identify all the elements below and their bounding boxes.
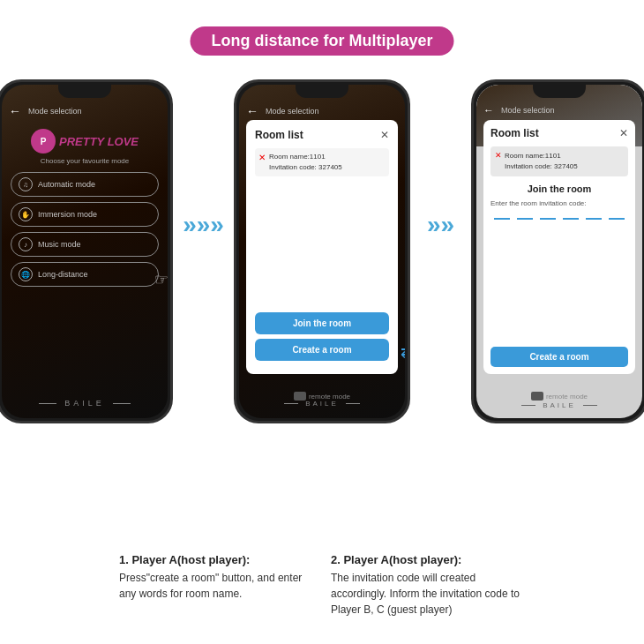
room-info: Room name:1101 Invitation code: 327405	[269, 152, 342, 173]
immersion-mode-btn[interactable]: ✋ Immersion mode	[11, 202, 159, 227]
phone3-remote-label: remote mode	[546, 393, 588, 401]
room-x-mark: ✕	[258, 153, 266, 162]
arrow-2: »»	[421, 26, 461, 423]
desc-2-text: The invitation code will created accordi…	[331, 570, 525, 618]
automatic-mode-btn[interactable]: ♫ Automatic mode	[11, 172, 159, 197]
phone-3-baile: BAILE	[476, 401, 642, 409]
code-dash-2	[517, 218, 533, 220]
desc-2-number: 2. Player A(host player):	[331, 553, 525, 566]
close-dialog-btn[interactable]: ✕	[380, 129, 389, 141]
join-room-btn[interactable]: Join the room	[255, 312, 389, 334]
phone3-dialog-title-row: Room list ✕	[490, 127, 628, 139]
room-name: Room name:1101	[269, 152, 342, 162]
phone3-room-entry: ✕ Room name:1101 Invitation code: 327405	[495, 151, 624, 172]
phone3-invitation-code: Invitation code: 327405	[505, 161, 578, 172]
long-distance-btn[interactable]: 🌐 Long-distance ☞	[11, 262, 159, 287]
title-text: Long distance for Multiplayer	[211, 32, 432, 49]
phone-2-notch	[296, 82, 348, 98]
phone-1-screen: ← Mode selection P PRETTY LOVE Choose yo…	[2, 85, 168, 418]
create-room-btn[interactable]: Create a room	[255, 339, 389, 361]
logo-text: PRETTY LOVE	[59, 135, 139, 148]
room-list-title: Room list	[255, 129, 303, 141]
code-dash-5	[586, 218, 602, 220]
create-room-wrapper: Create a room ⇄	[255, 339, 389, 365]
phone-1: ← Mode selection P PRETTY LOVE Choose yo…	[0, 79, 173, 423]
desc-box-1: 1. Player A(host player): Press"create a…	[119, 553, 313, 618]
phone3-close-btn[interactable]: ✕	[619, 127, 628, 139]
phone2-back-arrow[interactable]: ←	[246, 104, 258, 118]
logo-icon: P	[31, 129, 56, 154]
phone3-room-info: Room name:1101 Invitation code: 327405	[505, 151, 578, 172]
remote-label: remote mode	[309, 393, 350, 401]
arrow-1: »»»	[183, 26, 223, 423]
phone-3-screen: ← Mode selection Room list ✕ ✕ Room name…	[476, 85, 642, 418]
automatic-icon: ♫	[19, 177, 33, 191]
menu-buttons: ♫ Automatic mode ✋ Immersion mode ♪ Musi…	[2, 172, 168, 287]
phone3-mode-label: Mode selection	[501, 106, 555, 115]
phone3-remote-icon	[531, 392, 543, 401]
dialog-spacer	[255, 182, 389, 312]
phone3-room-section: ✕ Room name:1101 Invitation code: 327405	[490, 146, 628, 176]
phone-2-baile: BAILE	[239, 400, 405, 408]
dialog-title-row: Room list ✕	[255, 129, 389, 141]
music-label: Music mode	[38, 240, 81, 249]
back-arrow-icon[interactable]: ←	[9, 104, 21, 118]
logo-area: P PRETTY LOVE	[2, 129, 168, 154]
desc-box-2: 2. Player A(host player): The invitation…	[331, 553, 525, 618]
phone-1-notch	[58, 82, 111, 98]
phones-row: ← Mode selection P PRETTY LOVE Choose yo…	[0, 79, 644, 423]
mode-selection-label: Mode selection	[28, 107, 82, 116]
phone-1-baile: BAILE	[2, 399, 168, 408]
phone-3-remote-bar: remote mode	[476, 392, 642, 401]
code-dash-3	[540, 218, 556, 220]
phone-3-dialog: Room list ✕ ✕ Room name:1101 Invitation …	[483, 120, 635, 374]
immersion-icon: ✋	[19, 207, 33, 221]
immersion-label: Immersion mode	[38, 210, 97, 219]
descriptions: 1. Player A(host player): Press"create a…	[0, 553, 644, 618]
room-entry: ✕ Room name:1101 Invitation code: 327405	[255, 148, 389, 176]
phone-2-screen: ← Mode selection Room list ✕ ✕ Room name…	[239, 85, 405, 418]
code-input-area	[490, 211, 628, 220]
create-room-arrow-icon: ⇄	[401, 342, 405, 362]
phone3-spacer	[490, 228, 628, 347]
phone3-create-btn[interactable]: Create a room	[490, 347, 628, 367]
phone3-room-name: Room name:1101	[505, 151, 578, 161]
globe-icon: 🌐	[19, 267, 33, 281]
arrow-2-icon: »»	[427, 211, 454, 239]
music-mode-btn[interactable]: ♪ Music mode	[11, 232, 159, 257]
automatic-label: Automatic mode	[38, 180, 95, 189]
music-icon: ♪	[19, 237, 33, 251]
code-dash-6	[609, 218, 625, 220]
desc-1-number: 1. Player A(host player):	[119, 553, 313, 566]
phone-2-remote-bar: remote mode	[239, 392, 405, 401]
long-distance-label: Long-distance	[38, 270, 88, 279]
phone-2: ← Mode selection Room list ✕ ✕ Room name…	[234, 79, 410, 423]
code-dash-1	[494, 218, 510, 220]
choose-label: Choose your favourite mode	[2, 157, 168, 165]
room-list-dialog: Room list ✕ ✕ Room name:1101 Invitation …	[246, 120, 398, 374]
desc-1-text: Press"create a room" button, and enter a…	[119, 570, 313, 602]
phone2-mode-label: Mode selection	[266, 107, 319, 116]
phone3-room-list-title: Room list	[490, 127, 539, 139]
remote-icon	[294, 392, 306, 401]
arrow-1-icon: »»»	[183, 211, 224, 239]
phone-3-notch	[533, 82, 586, 98]
join-room-title: Join the room	[490, 183, 628, 194]
finger-cursor-icon: ☞	[154, 270, 168, 289]
phone3-x-mark: ✕	[495, 151, 502, 160]
code-dash-4	[563, 218, 579, 220]
phone-3: ← Mode selection Room list ✕ ✕ Room name…	[471, 79, 644, 423]
invitation-code: Invitation code: 327405	[269, 162, 342, 173]
title-banner: Long distance for Multiplayer	[190, 26, 453, 56]
enter-code-label: Enter the room invitation code:	[490, 199, 628, 207]
phone3-back-arrow[interactable]: ←	[483, 104, 494, 116]
